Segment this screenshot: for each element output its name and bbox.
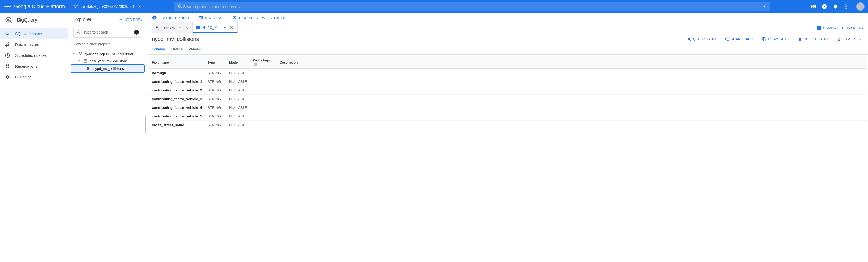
- chevron-down-icon[interactable]: [761, 3, 767, 9]
- cloud-shell-icon[interactable]: [810, 3, 816, 9]
- tab-editor-label: EDITOR: [162, 26, 176, 30]
- svg-point-5: [845, 8, 846, 9]
- sidebar-item-scheduled-queries[interactable]: Scheduled queries: [0, 50, 68, 61]
- field-policy: [250, 77, 277, 86]
- compose-query-button[interactable]: COMPOSE NEW QUERY: [812, 26, 868, 30]
- field-mode: NULLABLE: [226, 86, 250, 95]
- query-table-button[interactable]: QUERY TABLE: [687, 37, 717, 41]
- field-type: STRING: [205, 69, 226, 77]
- info-icon[interactable]: i: [254, 63, 257, 66]
- sidebar-item-bi-engine[interactable]: BI Engine: [0, 72, 68, 82]
- explorer-search[interactable]: ?: [73, 27, 142, 38]
- reservations-icon: [5, 64, 10, 69]
- hide-preview-button[interactable]: HIDE PREVIEW FEATURES: [232, 15, 286, 20]
- svg-point-15: [85, 61, 86, 61]
- field-name: contributing_factor_vehicle_4: [149, 103, 205, 112]
- field-type: STRING: [205, 112, 226, 121]
- table-title: nypd_mv_collisions: [152, 36, 682, 42]
- field-type: STRING: [205, 95, 226, 103]
- subtab-schema[interactable]: Schema: [152, 45, 165, 54]
- gear-icon: [5, 74, 10, 80]
- col-desc: Description: [277, 56, 866, 69]
- notifications-icon[interactable]: [832, 3, 838, 9]
- pin-note: Viewing pinned projects.: [68, 40, 147, 49]
- svg-point-9: [80, 54, 82, 56]
- field-desc: [277, 86, 866, 95]
- scrollbar[interactable]: [145, 116, 147, 133]
- search-icon: [76, 30, 81, 35]
- subtab-preview[interactable]: Preview: [188, 45, 201, 54]
- tab-table[interactable]: NYPD_M...: [193, 23, 238, 33]
- search-input[interactable]: [183, 4, 761, 9]
- svg-point-8: [81, 52, 83, 53]
- chevron-down-icon[interactable]: [178, 26, 182, 30]
- explorer-search-input[interactable]: [83, 30, 132, 34]
- sidebar: BigQuery SQL workspace Data transfers Sc…: [0, 13, 68, 262]
- field-mode: NULLABLE: [226, 103, 250, 112]
- shortcut-button[interactable]: SHORTCUT: [198, 15, 225, 20]
- chevron-down-icon[interactable]: [223, 26, 227, 30]
- field-name: contributing_factor_vehicle_1: [149, 77, 205, 86]
- project-selector[interactable]: qwiklabs-gcp-02-7a277303bbd1: [71, 3, 144, 10]
- tree-project[interactable]: qwiklabs-gcp-02-7a277303bbd1: [70, 50, 145, 58]
- share-table-button[interactable]: SHARE TABLE: [725, 37, 755, 41]
- table-row: contributing_factor_vehicle_1STRINGNULLA…: [149, 77, 866, 86]
- svg-point-7: [79, 52, 80, 53]
- svg-point-11: [84, 60, 85, 60]
- sidebar-item-data-transfers[interactable]: Data transfers: [0, 39, 68, 50]
- sidebar-item-label: SQL workspace: [15, 32, 42, 36]
- explorer-tree: qwiklabs-gcp-02-7a277303bbd1 new_york_mv…: [68, 49, 147, 74]
- bigquery-title: BigQuery: [17, 17, 37, 23]
- sidebar-item-label: Data transfers: [15, 42, 39, 47]
- bigquery-icon: [5, 16, 12, 24]
- field-mode: NULLABLE: [226, 121, 250, 129]
- tree-dataset[interactable]: new_york_mv_collisions: [70, 58, 145, 65]
- schema-table: Field name Type Mode Policy tagsi Descri…: [149, 56, 866, 129]
- sidebar-item-reservations[interactable]: Reservations: [0, 61, 68, 72]
- search-icon: [687, 37, 691, 41]
- tab-bar: EDITOR NYPD_M... COMPOSE NEW QUERY: [147, 23, 868, 33]
- features-info-button[interactable]: FEATURES & INFO: [152, 15, 191, 20]
- help-icon[interactable]: [822, 3, 827, 9]
- copy-table-button[interactable]: COPY TABLE: [762, 37, 790, 41]
- tree-table[interactable]: nypd_mv_collisions: [70, 65, 145, 73]
- field-type: STRING: [205, 103, 226, 112]
- table-row: cross_street_nameSTRINGNULLABLE: [149, 121, 866, 129]
- sidebar-item-sql-workspace[interactable]: SQL workspace: [0, 28, 68, 39]
- table-row: contributing_factor_vehicle_3STRINGNULLA…: [149, 95, 866, 103]
- field-policy: [250, 86, 277, 95]
- close-icon[interactable]: [229, 25, 234, 30]
- subtab-details[interactable]: Details: [172, 45, 182, 54]
- content-toolbar: FEATURES & INFO SHORTCUT HIDE PREVIEW FE…: [147, 13, 868, 23]
- field-policy: [250, 69, 277, 77]
- field-mode: NULLABLE: [226, 95, 250, 103]
- avatar[interactable]: [856, 2, 865, 11]
- project-icon: [78, 51, 83, 56]
- menu-icon[interactable]: [4, 3, 11, 10]
- field-desc: [277, 103, 866, 112]
- col-field: Field name: [149, 56, 205, 69]
- clock-icon: [5, 53, 10, 58]
- export-button[interactable]: EXPORT: [837, 37, 863, 41]
- sidebar-item-label: BI Engine: [15, 75, 32, 79]
- search-icon: [5, 31, 10, 37]
- field-mode: NULLABLE: [226, 112, 250, 121]
- field-desc: [277, 77, 866, 86]
- close-icon[interactable]: [184, 26, 189, 30]
- more-vert-icon[interactable]: [843, 3, 849, 9]
- visibility-off-icon: [232, 15, 237, 20]
- sub-tabs: Schema Details Preview: [147, 44, 868, 55]
- field-type: STRING: [205, 86, 226, 95]
- explorer-panel: Explorer ADD DATA ? Viewing pinned proje…: [68, 13, 147, 262]
- svg-point-1: [77, 5, 78, 6]
- export-icon: [837, 37, 841, 41]
- svg-point-4: [845, 6, 846, 7]
- help-icon[interactable]: ?: [134, 30, 139, 35]
- field-desc: [277, 121, 866, 129]
- delete-table-button[interactable]: DELETE TABLE: [798, 37, 829, 41]
- search-bar: [175, 2, 770, 11]
- tab-editor[interactable]: EDITOR: [152, 23, 193, 33]
- project-icon: [73, 4, 79, 9]
- chevron-down-icon: [72, 51, 76, 56]
- add-data-button[interactable]: ADD DATA: [119, 17, 142, 22]
